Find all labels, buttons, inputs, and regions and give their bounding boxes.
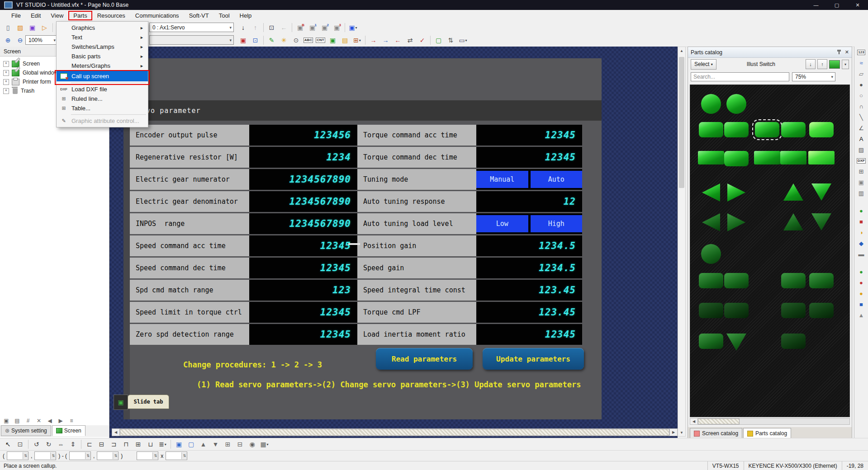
part-shape-rrect[interactable] — [699, 334, 723, 349]
scroll-left-icon[interactable]: ◀ — [690, 418, 698, 424]
menu-tool[interactable]: Tool — [214, 11, 235, 20]
move-up-icon[interactable]: ↑ — [250, 22, 261, 33]
screen-in-icon[interactable]: → — [368, 35, 379, 46]
bring-forward-icon[interactable]: ▲ — [198, 439, 209, 450]
menu-edit[interactable]: Edit — [26, 11, 46, 20]
rotate-right-icon[interactable]: ↻ — [43, 439, 54, 450]
stepper-icon[interactable]: ⇅ — [113, 452, 118, 459]
state-selector-combo[interactable]: ▾ — [149, 35, 234, 45]
coordinate-field[interactable]: ⇅ — [34, 451, 56, 460]
move-up-button[interactable]: ↑ — [817, 59, 827, 69]
part-shape-rect[interactable] — [698, 151, 724, 164]
meter-part-icon[interactable]: ◑ — [855, 227, 868, 238]
red-lamp-icon[interactable]: ● — [855, 277, 868, 288]
stepper-icon[interactable]: ⇅ — [50, 452, 56, 459]
menu-parts[interactable]: Parts — [68, 11, 92, 20]
screen-number-icon[interactable]: # — [23, 416, 33, 425]
menu-help[interactable]: Help — [235, 11, 257, 20]
select-cursor-icon[interactable]: ↖ — [2, 439, 14, 450]
slide-tab[interactable]: Slide tab — [128, 395, 169, 409]
chart-part-icon[interactable]: ▥ — [855, 188, 868, 198]
new-screen-icon[interactable]: ▣ — [1, 416, 11, 425]
part-shape-rrect[interactable] — [699, 303, 723, 318]
menu-item-meters-graphs[interactable]: Meters/Graphs► — [57, 61, 148, 70]
read-parameters-button[interactable]: Read parameters — [376, 348, 473, 370]
part-shape-rrect[interactable] — [724, 303, 749, 318]
lock-icon[interactable]: ◉ — [247, 439, 258, 450]
circle-tool-icon[interactable]: ○ — [855, 90, 868, 101]
toggle-button-manual[interactable]: Manual — [476, 171, 528, 188]
green-lamp-icon[interactable]: ● — [855, 267, 868, 277]
option-settings-icon[interactable]: ✳ — [278, 35, 289, 46]
preview-icon[interactable]: ⊙ — [290, 35, 302, 46]
new-file-icon[interactable]: ▯ — [2, 22, 14, 33]
part-shape-rrect[interactable] — [781, 334, 806, 349]
expand-icon[interactable]: + — [3, 70, 9, 76]
pin-icon[interactable] — [836, 49, 842, 56]
menu-file[interactable]: File — [6, 11, 26, 20]
toggle-button-low[interactable]: Low — [476, 215, 528, 232]
coordinate-field[interactable]: ⇅ — [7, 451, 28, 460]
part-shape-tri-down[interactable] — [726, 334, 746, 351]
layer-base-icon[interactable]: ▣B — [294, 22, 306, 33]
group-icon[interactable]: ⊞ — [222, 439, 233, 450]
minimize-button[interactable]: — — [806, 0, 826, 10]
part-shape-rrect[interactable] — [755, 122, 779, 137]
tab-system-setting[interactable]: ⊛System setting — [1, 425, 51, 436]
tab-screen-catalog[interactable]: Screen catalog — [690, 428, 742, 439]
coordinate-field[interactable]: ⇅ — [97, 451, 119, 460]
part-shape-rect[interactable] — [780, 151, 806, 164]
part-shape-tri-down[interactable] — [811, 213, 831, 230]
blue-part-icon[interactable]: ■ — [855, 299, 868, 310]
part-shape-rrect[interactable] — [781, 303, 806, 318]
prev-screen-icon[interactable]: ◀ — [45, 416, 55, 425]
image-part-icon[interactable]: ▣ — [855, 177, 868, 188]
scroll-down-icon[interactable]: ▼ — [678, 429, 685, 436]
numeric-display-icon[interactable]: 123 — [855, 47, 868, 57]
part-shape-rrect[interactable] — [781, 122, 806, 137]
level-meter-icon[interactable]: ▱ — [855, 69, 868, 79]
back-navigate-icon[interactable]: ← — [278, 22, 289, 33]
close-button[interactable]: ✕ — [847, 0, 868, 10]
color-dropdown-icon[interactable]: ▾ — [842, 60, 849, 69]
coordinate-field[interactable]: ⇅ — [166, 451, 187, 460]
catalog-zoom-combo[interactable]: 75% ▾ — [792, 72, 835, 81]
counter-list-icon[interactable]: CNT — [315, 35, 326, 46]
copy-screen-icon[interactable]: ▤ — [12, 416, 22, 425]
grid-settings-icon[interactable]: ⊞▾ — [351, 35, 363, 46]
menu-item-ruled-line[interactable]: ⊞Ruled line... — [57, 94, 148, 103]
coordinate-field[interactable]: ⇅ — [69, 451, 91, 460]
tab-parts-catalog[interactable]: Parts catalog — [743, 428, 791, 439]
area-select-icon[interactable]: ⊡ — [14, 439, 26, 450]
catalog-scroll-thumb[interactable] — [698, 418, 740, 424]
part-shape-rrect[interactable] — [809, 273, 834, 288]
expand-icon[interactable]: + — [3, 79, 9, 85]
menu-item-switches-lamps[interactable]: Switches/Lamps► — [57, 42, 148, 52]
send-to-back-icon[interactable]: ▢ — [185, 439, 197, 450]
menu-communications[interactable]: Communications — [130, 11, 184, 20]
part-shape-rect[interactable] — [754, 151, 780, 164]
move-down-icon[interactable]: ↓ — [237, 22, 249, 33]
toggle-button-auto[interactable]: Auto — [531, 171, 583, 188]
scroll-right-icon[interactable]: ▶ — [669, 429, 677, 436]
expand-icon[interactable]: + — [3, 88, 9, 94]
more-tools-icon[interactable]: ▦▾ — [259, 439, 270, 450]
send-backward-icon[interactable]: ▼ — [210, 439, 221, 450]
screen-out-icon[interactable]: → — [380, 35, 391, 46]
menu-item-call-up-screen[interactable]: Call up screen — [57, 70, 148, 81]
stepper-icon[interactable]: ⇅ — [85, 452, 90, 459]
bar-part-icon[interactable]: ▬ — [855, 249, 868, 259]
distribute-icon[interactable]: ≣▾ — [157, 439, 168, 450]
part-shape-rrect[interactable] — [781, 273, 806, 288]
next-screen-icon[interactable]: ▶ — [56, 416, 66, 425]
close-icon[interactable]: ✕ — [845, 49, 849, 55]
menu-item-text[interactable]: Text► — [57, 33, 148, 42]
part-shape-tri-left[interactable] — [702, 213, 720, 231]
stepper-icon[interactable]: ⇅ — [181, 452, 187, 459]
misc-part-icon[interactable]: ▲ — [855, 310, 868, 320]
menu-view[interactable]: View — [46, 11, 68, 20]
select-parts-icon[interactable]: ⊡ — [266, 22, 277, 33]
vt-screen[interactable]: Servo parameter Encoder output pulse1234… — [123, 58, 602, 419]
align-center-icon[interactable]: ⊟ — [96, 439, 107, 450]
duplicate-part-icon[interactable]: ▣ — [327, 35, 338, 46]
